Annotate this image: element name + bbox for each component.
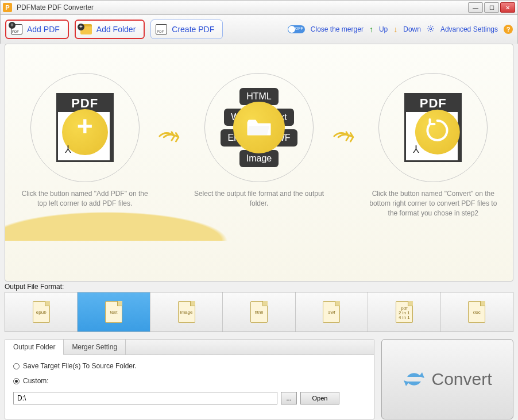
output-panel: Output Folder Merger Setting Save Target… bbox=[5, 339, 374, 419]
add-pdf-icon bbox=[11, 24, 22, 34]
arrow-icon bbox=[333, 125, 359, 148]
format-swf[interactable]: swf bbox=[296, 292, 368, 332]
up-arrow-icon[interactable]: ↑ bbox=[369, 25, 373, 34]
window-title: PDFMate PDF Converter bbox=[17, 3, 468, 11]
step-3: PDF ⅄ Click the button named "Convert" o… bbox=[359, 73, 507, 218]
pdf-document-icon: PDF + ⅄ bbox=[56, 93, 114, 162]
save-to-source-label: Save Target File(s) To Source Folder. bbox=[23, 362, 137, 370]
down-arrow-icon[interactable]: ↓ bbox=[393, 25, 397, 34]
format-text[interactable]: text bbox=[78, 292, 150, 332]
add-folder-icon bbox=[80, 24, 92, 34]
settings-icon[interactable] bbox=[427, 25, 435, 34]
instruction-panel: PDF + ⅄ Click the button named "Add PDF"… bbox=[5, 44, 513, 282]
add-pdf-button[interactable]: Add PDF bbox=[5, 20, 69, 39]
toolbar: Add PDF Add Folder Create PDF Close the … bbox=[0, 15, 518, 44]
format-image[interactable]: image bbox=[150, 292, 223, 332]
titlebar: P PDFMate PDF Converter — ☐ ✕ bbox=[0, 0, 518, 15]
custom-path-input[interactable] bbox=[13, 392, 277, 404]
refresh-icon bbox=[423, 116, 452, 145]
format-doc[interactable]: doc bbox=[441, 292, 513, 332]
convert-icon bbox=[403, 368, 426, 391]
add-folder-button[interactable]: Add Folder bbox=[75, 20, 145, 39]
browse-button[interactable]: ... bbox=[281, 392, 297, 404]
up-label[interactable]: Up bbox=[379, 25, 388, 33]
create-pdf-label: Create PDF bbox=[172, 25, 214, 34]
folder-center-icon bbox=[246, 118, 272, 137]
close-merger-label[interactable]: Close the merger bbox=[311, 25, 364, 33]
format-strip: epub text image html swf pdf 2 in 1 4 in… bbox=[5, 292, 513, 332]
advanced-settings-label[interactable]: Advanced Settings bbox=[440, 25, 498, 33]
radio-save-to-source[interactable] bbox=[13, 363, 20, 369]
add-pdf-label: Add PDF bbox=[27, 25, 60, 34]
format-epub[interactable]: epub bbox=[5, 292, 78, 332]
tab-output-folder[interactable]: Output Folder bbox=[5, 340, 64, 355]
tab-merger-setting[interactable]: Merger Setting bbox=[64, 340, 126, 355]
step-1: PDF + ⅄ Click the button named "Add PDF"… bbox=[11, 73, 159, 209]
open-button[interactable]: Open bbox=[300, 392, 339, 404]
format-pdf-nin1[interactable]: pdf 2 in 1 4 in 1 bbox=[368, 292, 440, 332]
step-2: HTML WordText EPUBSWF Image Select the o… bbox=[185, 73, 333, 209]
create-pdf-button[interactable]: Create PDF bbox=[150, 20, 223, 39]
custom-label: Custom: bbox=[23, 377, 49, 385]
help-icon[interactable]: ? bbox=[504, 25, 513, 34]
minimize-button[interactable]: — bbox=[468, 2, 483, 13]
svg-point-0 bbox=[430, 28, 432, 30]
arrow-icon bbox=[159, 125, 185, 148]
convert-button[interactable]: Convert bbox=[381, 339, 513, 419]
maximize-button[interactable]: ☐ bbox=[484, 2, 499, 13]
close-button[interactable]: ✕ bbox=[500, 2, 515, 13]
merger-toggle[interactable] bbox=[288, 25, 305, 33]
step-2-text: Select the output file format and the ou… bbox=[185, 189, 333, 209]
step-1-text: Click the button named "Add PDF" on the … bbox=[11, 189, 159, 209]
pdf-document-icon: PDF ⅄ bbox=[404, 93, 462, 162]
app-logo-icon: P bbox=[3, 3, 12, 12]
down-label[interactable]: Down bbox=[403, 25, 421, 33]
add-folder-label: Add Folder bbox=[96, 25, 136, 34]
radio-custom[interactable] bbox=[13, 378, 20, 384]
format-html[interactable]: html bbox=[223, 292, 295, 332]
step-3-text: Click the button named "Convert" on the … bbox=[359, 189, 507, 218]
create-pdf-icon bbox=[156, 24, 167, 34]
convert-label: Convert bbox=[431, 369, 492, 389]
output-format-label: Output File Format: bbox=[5, 283, 518, 291]
